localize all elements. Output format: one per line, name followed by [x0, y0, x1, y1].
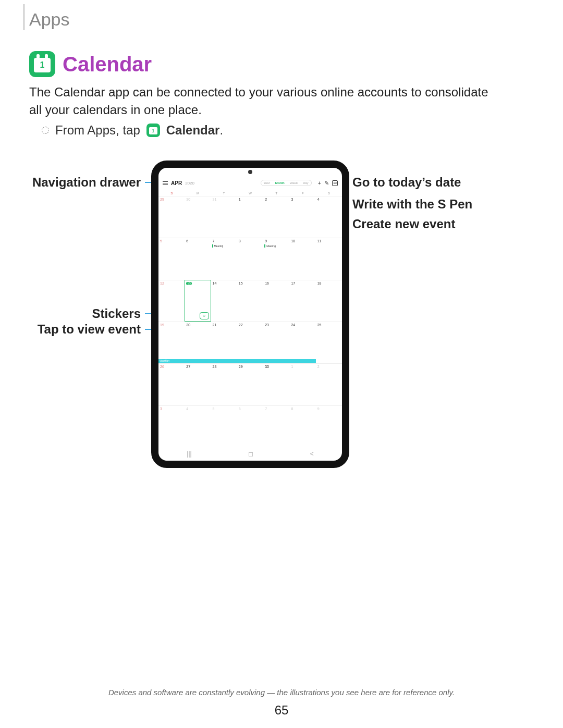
step-period: . — [219, 123, 223, 137]
day-cell[interactable]: 2 — [316, 363, 342, 405]
section-rule — [23, 4, 25, 30]
step-prefix: From Apps, tap — [55, 123, 140, 138]
day-cell[interactable]: 9Meeting — [263, 238, 289, 279]
day-cell[interactable]: 3 — [289, 196, 315, 238]
day-cell[interactable]: 27 — [185, 363, 211, 405]
page-number: 65 — [0, 703, 563, 718]
day-cell[interactable]: 1 — [289, 363, 315, 405]
today-icon[interactable]: 13 — [332, 180, 338, 186]
nav-bar: ||| ◻ < — [158, 447, 342, 461]
day-cell[interactable]: 29 — [158, 196, 185, 238]
week-row: 29 30 31 1 2 3 4 — [158, 196, 342, 238]
day-cell[interactable]: 7 — [263, 405, 289, 447]
current-year: 2020 — [185, 181, 194, 186]
day-cell[interactable]: 24 — [289, 322, 315, 363]
spen-icon[interactable]: ✎ — [324, 180, 329, 187]
today-number: 13 — [186, 282, 192, 285]
calendar-app-icon: 1 — [29, 51, 55, 77]
calendar-mini-icon: 1 — [146, 124, 160, 137]
intro-paragraph: The Calendar app can be connected to you… — [29, 83, 498, 118]
calendar-icon-number: 1 — [34, 58, 51, 72]
calendar-screen: APR 2020 Year Month Week Day + ✎ 13 SMTW… — [158, 175, 342, 461]
week-row: 12 13☺ 14 15 16 17 18 — [158, 280, 342, 322]
calendar-top-bar: APR 2020 Year Month Week Day + ✎ 13 — [158, 175, 342, 191]
day-cell[interactable]: 25 — [316, 322, 342, 363]
section-header: Apps — [29, 9, 70, 30]
day-cell[interactable]: 26 — [158, 363, 185, 405]
day-cell[interactable]: 5 — [211, 405, 237, 447]
day-cell[interactable]: 2 — [263, 196, 289, 238]
callout-spen: Write with the S Pen — [352, 197, 472, 212]
day-cell[interactable]: 9 — [316, 405, 342, 447]
recent-apps-icon[interactable]: ||| — [187, 450, 191, 458]
back-icon[interactable]: < — [310, 450, 314, 458]
day-cell[interactable]: 6 — [185, 238, 211, 279]
step-instruction: From Apps, tap 1 Calendar. — [42, 123, 223, 138]
meeting-event[interactable]: Meeting — [212, 244, 224, 248]
day-cell[interactable]: 28 — [211, 363, 237, 405]
day-cell[interactable]: 16 — [263, 280, 289, 322]
day-cell[interactable]: 4 — [316, 196, 342, 238]
sticker-icon[interactable]: ☺ — [200, 312, 209, 319]
view-week[interactable]: Week — [287, 180, 300, 186]
day-cell[interactable]: 8 — [237, 238, 263, 279]
day-cell[interactable]: 5 — [158, 238, 185, 279]
today-cell[interactable]: 13☺ — [185, 280, 211, 322]
view-day[interactable]: Day — [300, 180, 311, 186]
day-cell[interactable]: 19 — [158, 322, 185, 363]
callout-tap-view: Tap to view event — [38, 322, 141, 337]
callout-today: Go to today’s date — [352, 175, 461, 190]
camera-notch — [248, 170, 252, 174]
current-month[interactable]: APR — [171, 180, 182, 186]
day-cell[interactable]: 6 — [237, 405, 263, 447]
callout-new-event: Create new event — [352, 217, 455, 231]
day-cell[interactable]: 18 — [316, 280, 342, 322]
day-cell[interactable]: 20 — [185, 322, 211, 363]
day-cell[interactable]: 11 — [316, 238, 342, 279]
day-cell[interactable]: 29 — [237, 363, 263, 405]
day-cell[interactable]: 7Meeting — [211, 238, 237, 279]
callout-stickers: Stickers — [92, 306, 141, 321]
day-of-week-row: SMTWTFS — [158, 191, 342, 196]
meeting-event[interactable]: Meeting — [264, 244, 276, 248]
hamburger-icon[interactable] — [163, 181, 168, 185]
view-year[interactable]: Year — [261, 180, 273, 186]
home-icon[interactable]: ◻ — [248, 450, 253, 458]
step-app-name: Calendar — [166, 123, 220, 137]
view-month[interactable]: Month — [273, 180, 287, 186]
callout-nav-drawer: Navigation drawer — [32, 175, 141, 190]
week-row: 26 27 28 29 30 1 2 — [158, 363, 342, 405]
day-cell[interactable]: 17 — [289, 280, 315, 322]
day-cell[interactable]: 31 — [211, 196, 237, 238]
day-cell[interactable]: 4 — [185, 405, 211, 447]
day-cell[interactable]: 3 — [158, 405, 185, 447]
day-cell[interactable]: 21 — [211, 322, 237, 363]
day-cell[interactable]: 10 — [289, 238, 315, 279]
add-event-icon[interactable]: + — [318, 180, 321, 186]
week-row: 19 20 21 22 23 24 25 Vacation — [158, 322, 342, 363]
day-cell[interactable]: 12 — [158, 280, 185, 322]
week-row: 3 4 5 6 7 8 9 — [158, 405, 342, 447]
title-row: 1 Calendar — [29, 51, 152, 77]
day-cell[interactable]: 1 — [237, 196, 263, 238]
day-cell[interactable]: 23 — [263, 322, 289, 363]
day-cell[interactable]: 30 — [263, 363, 289, 405]
tablet-device-frame: APR 2020 Year Month Week Day + ✎ 13 SMTW… — [151, 161, 349, 468]
top-action-icons: + ✎ 13 — [318, 180, 338, 187]
footnote: Devices and software are constantly evol… — [0, 688, 563, 697]
bullet-icon — [42, 127, 49, 134]
day-cell[interactable]: 30 — [185, 196, 211, 238]
vacation-event-bar[interactable]: Vacation — [158, 359, 316, 363]
week-row: 5 6 7Meeting 8 9Meeting 10 11 — [158, 238, 342, 279]
day-cell[interactable]: 15 — [237, 280, 263, 322]
day-cell[interactable]: 8 — [289, 405, 315, 447]
day-cell[interactable]: 14 — [211, 280, 237, 322]
day-cell[interactable]: 22 — [237, 322, 263, 363]
page-title: Calendar — [63, 53, 152, 76]
view-switch[interactable]: Year Month Week Day — [261, 180, 312, 186]
